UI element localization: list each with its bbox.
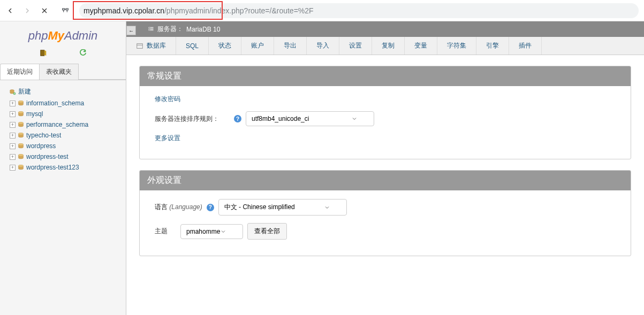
help-icon[interactable]: ? <box>207 204 214 211</box>
back-button[interactable] <box>5 6 15 16</box>
svg-point-21 <box>19 165 24 166</box>
sidebar-toolbar <box>0 47 126 64</box>
general-settings-panel: 常规设置 修改密码 服务器连接排序规则： ? utf8mb4_unicode_c… <box>139 66 631 159</box>
view-all-themes-button[interactable]: 查看全部 <box>247 223 287 240</box>
expand-icon[interactable]: + <box>10 154 16 160</box>
server-name: MariaDB 10 <box>186 26 220 33</box>
server-info-bar: 服务器： MariaDB 10 <box>126 21 644 37</box>
database-name: wordpress-test123 <box>26 164 79 171</box>
database-icon <box>18 132 24 139</box>
database-item[interactable]: +typecho-test <box>0 130 126 141</box>
svg-rect-23 <box>149 29 154 30</box>
language-label: 语言 (Language) <box>155 203 202 212</box>
chevron-down-icon <box>220 228 226 235</box>
tab-settings[interactable]: 设置 <box>339 37 372 55</box>
content-area: ← 服务器： MariaDB 10 数据库 SQL 状态 账户 导出 导入 设置… <box>126 21 644 315</box>
expand-icon[interactable]: + <box>10 111 16 117</box>
tab-export[interactable]: 导出 <box>274 37 307 55</box>
svg-point-15 <box>19 133 24 134</box>
sidebar-tab-favorites[interactable]: 表收藏夹 <box>40 64 79 80</box>
expand-icon[interactable]: + <box>10 122 16 128</box>
chevron-down-icon <box>324 204 330 211</box>
svg-point-19 <box>19 154 24 156</box>
expand-icon[interactable]: + <box>10 143 16 149</box>
change-password-link[interactable]: 修改密码 <box>155 95 180 104</box>
database-icon <box>18 164 24 171</box>
database-name: wordpress <box>26 142 56 150</box>
database-icon <box>18 100 24 106</box>
url-path: /phpmyadmin/index.php?route=/&route=%2F <box>164 6 314 15</box>
tab-status[interactable]: 状态 <box>209 37 241 55</box>
more-settings-link[interactable]: 更多设置 <box>155 134 180 143</box>
svg-point-11 <box>19 111 24 113</box>
sidebar-tabs: 近期访问 表收藏夹 <box>0 64 126 80</box>
tab-charsets[interactable]: 字符集 <box>437 37 476 55</box>
refresh-icon[interactable] <box>79 49 87 58</box>
database-tree: 新建 +information_schema+mysql+performance… <box>0 80 126 178</box>
tab-accounts[interactable]: 账户 <box>241 37 274 55</box>
language-select[interactable]: 中文 - Chinese simplified <box>218 199 347 216</box>
top-tabs: 数据库 SQL 状态 账户 导出 导入 设置 复制 变量 字符集 引擎 插件 <box>126 37 644 55</box>
tab-plugins[interactable]: 插件 <box>509 37 542 55</box>
exit-icon[interactable] <box>40 49 47 58</box>
collation-select[interactable]: utf8mb4_unicode_ci <box>246 111 374 126</box>
appearance-settings-panel: 外观设置 语言 (Language) ? 中文 - Chinese simpli… <box>139 170 631 256</box>
tab-import[interactable]: 导入 <box>307 37 339 55</box>
tab-databases[interactable]: 数据库 <box>126 37 176 55</box>
theme-select[interactable]: pmahomme <box>180 224 243 239</box>
svg-point-25 <box>149 29 150 30</box>
svg-rect-1 <box>66 9 68 10</box>
database-item[interactable]: +wordpress <box>0 141 126 151</box>
database-icon <box>18 111 24 117</box>
chevron-down-icon <box>351 116 358 122</box>
svg-point-9 <box>19 101 24 102</box>
database-item[interactable]: +mysql <box>0 109 126 119</box>
sidebar: phpMyAdmin 近期访问 表收藏夹 新建 +information_sch… <box>0 21 126 315</box>
tab-engines[interactable]: 引擎 <box>476 37 509 55</box>
stop-button[interactable] <box>40 6 49 16</box>
database-name: performance_schema <box>26 121 88 128</box>
expand-icon[interactable]: + <box>10 133 16 139</box>
database-item[interactable]: +performance_schema <box>0 119 126 130</box>
database-icon <box>18 143 24 149</box>
database-name: mysql <box>26 110 43 118</box>
database-item[interactable]: +information_schema <box>0 98 126 109</box>
svg-rect-26 <box>137 43 143 48</box>
expand-icon[interactable]: + <box>10 165 16 171</box>
phpmyadmin-logo[interactable]: phpMyAdmin <box>0 21 126 47</box>
tab-sql[interactable]: SQL <box>176 37 209 55</box>
site-settings-icon[interactable] <box>61 6 70 15</box>
new-db-icon <box>10 89 16 95</box>
forward-button[interactable] <box>22 6 32 16</box>
theme-label: 主题 <box>155 227 176 236</box>
database-icon <box>136 42 143 50</box>
svg-rect-0 <box>63 9 65 10</box>
svg-point-13 <box>19 122 24 124</box>
help-icon[interactable]: ? <box>234 115 241 122</box>
server-label: 服务器： <box>157 25 183 34</box>
database-name: information_schema <box>26 99 84 107</box>
svg-point-24 <box>149 27 150 28</box>
address-bar[interactable]: myphpmad.vip.cpolar.cn/phpmyadmin/index.… <box>79 3 639 18</box>
database-icon <box>18 153 24 160</box>
url-host: myphpmad.vip.cpolar.cn <box>84 6 164 15</box>
new-database-link[interactable]: 新建 <box>0 86 126 98</box>
database-item[interactable]: +wordpress-test <box>0 151 126 162</box>
tab-replication[interactable]: 复制 <box>372 37 405 55</box>
expand-icon[interactable]: + <box>10 101 16 106</box>
general-settings-header: 常规设置 <box>140 66 631 86</box>
tab-variables[interactable]: 变量 <box>405 37 437 55</box>
browser-toolbar: myphpmad.vip.cpolar.cn/phpmyadmin/index.… <box>0 0 644 21</box>
appearance-settings-header: 外观设置 <box>140 171 631 190</box>
svg-rect-5 <box>40 50 44 56</box>
sidebar-tab-recent[interactable]: 近期访问 <box>0 64 40 80</box>
database-name: typecho-test <box>26 132 61 139</box>
svg-rect-22 <box>149 27 154 28</box>
database-item[interactable]: +wordpress-test123 <box>0 162 126 173</box>
collapse-sidebar-button[interactable]: ← <box>126 26 136 35</box>
svg-point-17 <box>19 143 24 145</box>
database-name: wordpress-test <box>26 153 69 160</box>
server-icon <box>148 26 154 33</box>
collation-label: 服务器连接排序规则： <box>155 114 230 124</box>
database-icon <box>18 121 24 128</box>
